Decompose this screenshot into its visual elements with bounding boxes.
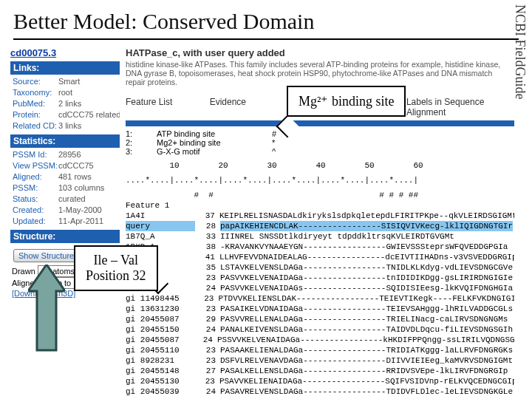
alignment-ruler-nums: 10 20 30 40 50 60 xyxy=(126,160,514,171)
stat-pssmid-v: 28956 xyxy=(58,150,81,159)
alignment-row: 1L8O_A24PASVVKELVENAIDAGs---------------… xyxy=(126,283,514,293)
stat-updated-k: Updated: xyxy=(13,216,58,227)
up-arrow-icon xyxy=(28,265,65,353)
alignment-row: gi 1363123023PASAIKELVDNAIDAGa----------… xyxy=(126,304,514,314)
alignment-row: 1EI1_A41LLHVFEVVDNAIDEALAG--------------… xyxy=(126,252,514,262)
stat-status-k: Status: xyxy=(13,194,58,205)
stat-pssm-v: 103 columns xyxy=(58,183,104,192)
alignment-block: Feature 11A4I37KEIPLRELISNASDALdkiryksls… xyxy=(126,200,514,397)
stats-list: PSSM Id:28956 View PSSM:cdCCC75 Aligned:… xyxy=(10,149,120,227)
stat-pssm-k: PSSM: xyxy=(13,183,58,194)
content-area: cd00075.3 Links: Source:Smart Taxonomy:r… xyxy=(10,47,514,393)
stat-created-k: Created: xyxy=(13,205,58,216)
feature-header-labels: Labels in Sequence Alignment xyxy=(406,97,514,117)
domain-description: histidine kinase-like ATPases. This fami… xyxy=(126,60,514,86)
feature-list: 1:ATP binding site#2:Mg2+ binding site*3… xyxy=(126,129,514,156)
links-source-v[interactable]: Smart xyxy=(58,77,80,86)
stat-view-k: View PSSM: xyxy=(13,160,58,171)
alignment-row: gi 2045513023PSAVVKELIENAIDAGa----------… xyxy=(126,376,514,386)
title-divider xyxy=(13,38,519,40)
links-related-k: Related CD: xyxy=(13,120,58,132)
alignment-row: gi 2045515024PANALKEIVENSLDAGa----------… xyxy=(126,324,514,335)
feature-row: 1:ATP binding site# xyxy=(126,129,514,138)
alignment-ruler-symbols: # # # # # ## xyxy=(126,190,514,200)
alignment-row: gi 2045508729PASVVRELLENALDAGa----------… xyxy=(126,314,514,324)
links-list: Source:Smart Taxonomy:root PubMed:2 link… xyxy=(10,76,120,132)
brand-vertical: NCBI FieldGuide xyxy=(512,4,528,100)
stat-view-v[interactable]: cdCCC75 xyxy=(58,161,94,170)
stat-aligned-k: Aligned: xyxy=(13,171,58,183)
alignment-row: 1JM5_A23PASVVKELVENAIDAGa---------------… xyxy=(126,273,514,283)
section-structure: Structure: xyxy=(10,230,120,243)
svg-marker-0 xyxy=(28,265,65,350)
links-protein-k: Protein: xyxy=(13,109,58,120)
alignment-row: gi 2045503924PASAVRELVENSLDAGa----------… xyxy=(126,386,514,397)
stat-status-v: curated xyxy=(58,194,86,203)
feature-row: 3:G-X-G motif^ xyxy=(126,147,514,156)
alignment-ruler-ticks: ....*....|....*....|....*....|....*....|… xyxy=(126,175,514,185)
alignment-row: query28papAIKEHIENCDLAK-----------------… xyxy=(126,221,514,231)
stat-updated-v: 11-Apr-2011 xyxy=(58,216,103,225)
links-taxonomy-k: Taxonomy: xyxy=(13,87,58,98)
alignment-row: 1H75_A35LSTAVKELVENSLDAGa---------------… xyxy=(126,262,514,273)
alignment-row: gi 2045511023PASAAKELIENALDAGa----------… xyxy=(126,345,514,355)
alignment-row: 1B7Q_A33IIINREL SNSSDtlkdiryeyt tdpddklt… xyxy=(126,231,514,242)
links-related-v[interactable]: 3 links xyxy=(58,121,81,130)
alignment-row: Feature 1 xyxy=(126,200,514,211)
stat-created-v: 1-May-2000 xyxy=(58,205,102,214)
feature-header-evidence: Evidence xyxy=(210,97,289,117)
domain-title: HATPase_c, with user query added xyxy=(126,47,514,58)
cd-id-link[interactable]: cd00075.3 xyxy=(10,47,120,58)
alignment-row: 1BXD_A38-KRAVANKVYNAAEYGN---------------… xyxy=(126,242,514,252)
show-structure-button[interactable]: Show Structure xyxy=(13,249,79,262)
alignment-row: gi 2045514827PASALKELLENSLDAGa----------… xyxy=(126,366,514,376)
alignment-row: gi 1149844523PTDVVKELIENSLDAK-----------… xyxy=(126,293,514,304)
links-taxonomy-v[interactable]: root xyxy=(58,88,72,97)
feature-row: 2:Mg2+ binding site* xyxy=(126,138,514,147)
section-statistics: Statistics: xyxy=(10,134,120,148)
links-pubmed-v[interactable]: 2 links xyxy=(58,99,81,108)
links-pubmed-k: PubMed: xyxy=(13,98,58,109)
callout-mg-binding: Mg²⁺ binding site xyxy=(287,86,406,117)
links-protein-v[interactable]: cdCCC75 related architectures representa… xyxy=(58,110,120,119)
links-source-k: Source: xyxy=(13,76,58,87)
callout-residue-change: Ile – Val Position 32 xyxy=(74,245,158,291)
feature-blue-bar xyxy=(126,120,514,126)
stat-pssmid-k: PSSM Id: xyxy=(13,149,58,160)
alignment-row: gi 892823123DSFVLRELVENAVDAGa-----------… xyxy=(126,355,514,366)
slide-title: Better Model: Conserved Domain xyxy=(0,0,532,37)
stat-aligned-v: 481 rows xyxy=(58,172,92,181)
alignment-row: 1A4I37KEIPLRELISNASDALdkirykslsdpkqletep… xyxy=(126,211,514,221)
section-links: Links: xyxy=(10,61,120,75)
alignment-row: gi 2045508724PSSVVKELVENAIDAGa----------… xyxy=(126,335,514,345)
